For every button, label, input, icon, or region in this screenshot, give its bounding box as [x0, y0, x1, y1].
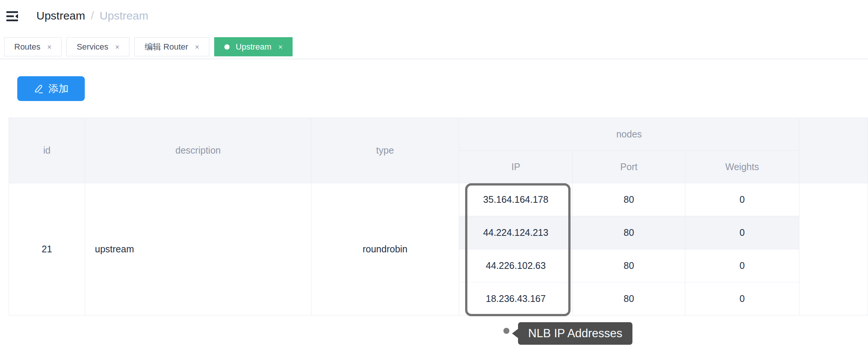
breadcrumb-section[interactable]: Upstream [36, 9, 85, 22]
page: Upstream / Upstream Routes × Services × … [0, 0, 868, 356]
node-port: 80 [573, 282, 685, 315]
col-header-actions [799, 118, 868, 183]
cell-id: 21 [9, 183, 85, 315]
upstream-table: id description type nodes IP Port Weight… [9, 118, 868, 315]
node-weight: 0 [685, 183, 799, 216]
node-weight: 0 [685, 282, 799, 315]
annotation-tooltip: NLB IP Addresses [518, 322, 632, 345]
tab-label: 编辑 Router [144, 41, 188, 53]
active-tab-dot-icon [224, 44, 230, 50]
breadcrumb-current: Upstream [99, 9, 148, 22]
breadcrumb-separator: / [91, 9, 94, 22]
col-header-description: description [85, 118, 311, 183]
tab-upstream-active[interactable]: Upstream × [214, 37, 293, 56]
col-header-ip: IP [459, 151, 573, 183]
close-icon[interactable]: × [278, 43, 283, 51]
node-ip: 18.236.43.167 [459, 282, 573, 315]
cell-actions [799, 183, 868, 315]
breadcrumb: Upstream / Upstream [36, 9, 148, 23]
annotation-dot-icon [503, 328, 509, 334]
add-button-label: 添加 [48, 82, 69, 95]
menu-fold-icon[interactable] [6, 10, 19, 23]
node-port: 80 [573, 249, 685, 282]
close-icon[interactable]: × [47, 43, 52, 51]
col-header-nodes-group: nodes [459, 118, 799, 151]
tab-services[interactable]: Services × [66, 37, 129, 56]
node-port: 80 [573, 183, 685, 216]
close-icon[interactable]: × [195, 43, 200, 51]
col-header-weights: Weights [685, 151, 799, 183]
node-weight: 0 [685, 216, 799, 249]
cell-type: roundrobin [311, 183, 459, 315]
tab-edit-router[interactable]: 编辑 Router × [134, 37, 209, 56]
tab-label: Upstream [236, 42, 271, 52]
tooltip-arrow-icon [512, 329, 518, 338]
cell-description: upstream [85, 183, 311, 315]
col-header-port: Port [573, 151, 685, 183]
tab-routes[interactable]: Routes × [4, 37, 62, 56]
tabbar-divider [0, 59, 868, 59]
edit-pencil-icon [33, 84, 44, 94]
tab-label: Routes [14, 42, 41, 52]
node-weight: 0 [685, 249, 799, 282]
node-port: 80 [573, 216, 685, 249]
col-header-id: id [9, 118, 85, 183]
col-header-type: type [311, 118, 459, 183]
node-ip: 44.226.102.63 [459, 249, 573, 282]
tooltip-label: NLB IP Addresses [528, 327, 622, 340]
tab-label: Services [77, 42, 108, 52]
tab-bar: Routes × Services × 编辑 Router × Upstream… [4, 37, 293, 56]
node-ip: 35.164.164.178 [459, 183, 573, 216]
node-ip: 44.224.124.213 [459, 216, 573, 249]
close-icon[interactable]: × [115, 43, 120, 51]
add-button[interactable]: 添加 [17, 76, 85, 101]
